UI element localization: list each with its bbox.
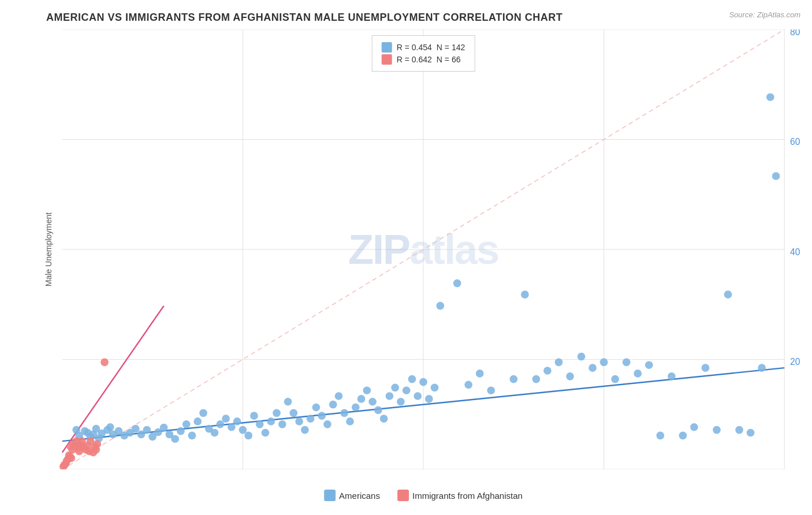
svg-text:40.0%: 40.0%	[790, 247, 800, 257]
svg-point-94	[532, 375, 541, 383]
svg-point-42	[182, 420, 191, 428]
svg-point-61	[289, 409, 297, 417]
svg-point-134	[94, 440, 102, 448]
svg-point-22	[81, 427, 89, 435]
svg-point-111	[724, 290, 732, 298]
svg-point-29	[106, 423, 114, 431]
svg-point-107	[679, 432, 687, 440]
svg-point-51	[233, 417, 241, 426]
svg-point-73	[357, 395, 366, 403]
svg-point-89	[464, 381, 472, 389]
svg-point-62	[295, 417, 303, 426]
svg-point-50	[228, 423, 236, 431]
legend-row-immigrants: R = 0.642 N = 66	[382, 54, 465, 65]
scatter-plot: 80.0% 60.0% 40.0% 20.0% 0.0% 100.0%	[46, 29, 800, 469]
svg-point-115	[766, 93, 774, 101]
svg-point-98	[578, 353, 586, 361]
svg-point-47	[211, 429, 219, 437]
bottom-legend-immigrants: Immigrants from Afghanistan	[397, 490, 523, 501]
svg-point-64	[307, 415, 315, 423]
svg-point-92	[509, 375, 517, 383]
bottom-legend-swatch-immigrants	[397, 490, 409, 501]
svg-point-78	[386, 392, 394, 400]
bottom-legend: Americans Immigrants from Afghanistan	[324, 490, 523, 501]
svg-point-75	[368, 398, 377, 406]
bottom-legend-label-immigrants: Immigrants from Afghanistan	[412, 491, 523, 501]
svg-point-96	[555, 359, 563, 367]
svg-point-113	[747, 429, 755, 437]
svg-point-38	[160, 424, 168, 432]
svg-point-95	[543, 367, 552, 375]
svg-point-85	[425, 395, 433, 403]
svg-point-72	[352, 404, 360, 412]
svg-point-93	[521, 290, 529, 298]
svg-text:20.0%: 20.0%	[790, 357, 800, 367]
svg-point-57	[267, 417, 275, 426]
legend-r-immigrants: R = 0.642	[397, 55, 432, 64]
legend-row-americans: R = 0.454 N = 142	[382, 42, 465, 53]
bottom-legend-swatch-americans	[324, 490, 336, 501]
svg-point-81	[403, 386, 411, 394]
svg-point-69	[335, 392, 343, 400]
svg-point-97	[566, 372, 574, 380]
svg-point-77	[380, 415, 388, 423]
svg-point-90	[476, 370, 484, 378]
svg-point-58	[273, 409, 281, 417]
svg-point-48	[216, 420, 224, 428]
chart-container: AMERICAN VS IMMIGRANTS FROM AFGHANISTAN …	[0, 0, 812, 515]
svg-point-83	[414, 392, 422, 400]
svg-text:80.0%: 80.0%	[790, 29, 800, 37]
legend-r-americans: R = 0.454	[397, 43, 432, 52]
svg-point-44	[193, 417, 202, 426]
svg-text:60.0%: 60.0%	[790, 137, 800, 147]
svg-point-99	[588, 364, 597, 372]
svg-point-101	[611, 375, 619, 383]
svg-point-76	[374, 406, 382, 415]
svg-point-68	[329, 401, 337, 409]
svg-point-116	[772, 172, 780, 180]
svg-point-55	[256, 420, 264, 428]
chart-legend: R = 0.454 N = 142 R = 0.642 N = 66	[372, 35, 475, 72]
svg-point-103	[634, 370, 642, 378]
svg-point-65	[312, 404, 321, 412]
svg-point-70	[340, 409, 348, 417]
svg-point-106	[668, 372, 676, 380]
bottom-legend-label-americans: Americans	[339, 491, 380, 501]
svg-point-104	[645, 361, 653, 369]
svg-point-86	[431, 384, 439, 392]
svg-point-84	[419, 378, 427, 386]
svg-point-67	[323, 420, 331, 428]
svg-point-35	[143, 426, 151, 434]
svg-point-82	[408, 375, 416, 383]
svg-point-45	[199, 409, 207, 417]
svg-point-52	[239, 426, 247, 434]
svg-point-112	[735, 426, 743, 434]
svg-point-20	[72, 426, 80, 434]
legend-n-americans: N = 142	[437, 43, 465, 52]
svg-point-108	[690, 423, 698, 431]
legend-n-immigrants: N = 66	[437, 55, 461, 64]
legend-swatch-immigrants	[382, 54, 392, 65]
svg-point-60	[284, 398, 292, 406]
svg-point-33	[132, 425, 140, 433]
svg-point-53	[244, 432, 252, 440]
svg-point-114	[758, 364, 766, 372]
svg-point-88	[453, 279, 461, 288]
svg-point-56	[262, 429, 270, 437]
svg-point-105	[656, 432, 664, 440]
svg-point-137	[100, 359, 109, 367]
svg-point-41	[177, 427, 185, 435]
svg-point-59	[278, 420, 286, 428]
bottom-legend-americans: Americans	[324, 490, 380, 501]
svg-point-43	[188, 432, 196, 440]
svg-point-80	[397, 398, 405, 406]
svg-point-66	[318, 412, 326, 420]
svg-point-71	[346, 417, 354, 426]
legend-swatch-americans	[382, 42, 392, 53]
svg-point-54	[250, 412, 258, 420]
svg-point-100	[600, 359, 608, 367]
svg-point-102	[623, 359, 631, 367]
svg-point-40	[171, 435, 179, 443]
svg-point-87	[436, 302, 444, 310]
chart-area: Male Unemployment ZIPatlas R = 0.454 N =…	[46, 29, 800, 469]
